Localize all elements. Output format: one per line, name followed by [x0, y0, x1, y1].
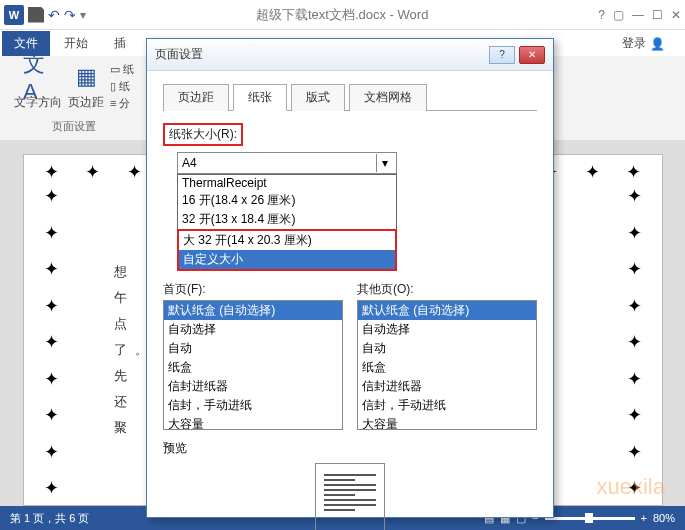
preview-thumbnail: [315, 463, 385, 530]
paper-size-dropdown: ThermalReceipt 16 开(18.4 x 26 厘米) 32 开(1…: [177, 174, 397, 230]
paper-option[interactable]: 32 开(13 x 18.4 厘米): [178, 210, 396, 229]
tab-home[interactable]: 开始: [52, 31, 100, 56]
tray-option[interactable]: 大容量: [358, 415, 536, 430]
tray-option[interactable]: 纸盒: [164, 358, 342, 377]
text-direction-button[interactable]: 文A 文字方向: [14, 62, 62, 111]
paper-option[interactable]: 16 开(18.4 x 26 厘米): [178, 191, 396, 210]
tab-insert[interactable]: 插: [102, 31, 138, 56]
maximize-icon[interactable]: ☐: [652, 8, 663, 22]
group-page-setup-label: 页面设置: [52, 119, 96, 134]
first-page-tray-list[interactable]: 默认纸盒 (自动选择) 自动选择 自动 纸盒 信封进纸器 信封，手动进纸 大容量…: [163, 300, 343, 430]
paper-option[interactable]: ThermalReceipt: [178, 175, 396, 191]
tray-option[interactable]: 信封，手动进纸: [358, 396, 536, 415]
tray-option[interactable]: 默认纸盒 (自动选择): [358, 301, 536, 320]
undo-icon[interactable]: ↶: [48, 7, 60, 23]
zoom-slider[interactable]: [545, 517, 635, 520]
other-pages-tray-list[interactable]: 默认纸盒 (自动选择) 自动选择 自动 纸盒 信封进纸器 信封，手动进纸 大容量…: [357, 300, 537, 430]
dlg-tab-grid[interactable]: 文档网格: [349, 84, 427, 111]
preview-label: 预览: [163, 440, 537, 457]
minimize-icon[interactable]: —: [632, 8, 644, 22]
paper-size-value: A4: [182, 156, 197, 170]
page-count[interactable]: 第 1 页，共 6 页: [10, 511, 89, 526]
paper-option-selected[interactable]: 自定义大小: [179, 250, 395, 269]
first-page-label: 首页(F):: [163, 281, 343, 298]
tray-option[interactable]: 默认纸盒 (自动选择): [164, 301, 342, 320]
window-title: 超级下载text文档.docx - Word: [86, 6, 598, 24]
paper-options-highlighted: 大 32 开(14 x 20.3 厘米) 自定义大小: [177, 229, 397, 271]
margins-icon: ▦: [71, 62, 101, 92]
page-setup-dialog: 页面设置 ? ✕ 页边距 纸张 版式 文档网格 纸张大小(R): A4 ▾: [146, 38, 554, 518]
ribbon-collapse-icon[interactable]: ▢: [613, 8, 624, 22]
dlg-tab-margins[interactable]: 页边距: [163, 84, 229, 111]
title-bar: W ↶ ↷ ▾ 超级下载text文档.docx - Word ? ▢ — ☐ ✕: [0, 0, 685, 30]
text-direction-icon: 文A: [23, 62, 53, 92]
save-icon[interactable]: [28, 7, 44, 23]
tray-option[interactable]: 信封，手动进纸: [164, 396, 342, 415]
tray-option[interactable]: 纸盒: [358, 358, 536, 377]
close-icon[interactable]: ✕: [671, 8, 681, 22]
other-pages-label: 其他页(O):: [357, 281, 537, 298]
user-icon: 👤: [650, 37, 665, 51]
tray-option[interactable]: 自动: [164, 339, 342, 358]
tray-option[interactable]: 自动选择: [358, 320, 536, 339]
dialog-title: 页面设置: [155, 46, 203, 63]
paper-size-combo[interactable]: A4 ▾: [177, 152, 397, 174]
paper-size-button[interactable]: ▯ 纸: [110, 79, 134, 94]
tray-option[interactable]: 自动: [358, 339, 536, 358]
zoom-in-icon[interactable]: +: [641, 512, 647, 524]
dialog-titlebar[interactable]: 页面设置 ? ✕: [147, 39, 553, 71]
paper-orientation-button[interactable]: ▭ 纸: [110, 62, 134, 77]
tray-option[interactable]: 信封进纸器: [164, 377, 342, 396]
dialog-close-button[interactable]: ✕: [519, 46, 545, 64]
dlg-tab-layout[interactable]: 版式: [291, 84, 345, 111]
help-icon[interactable]: ?: [598, 8, 605, 22]
tray-option[interactable]: 自动选择: [164, 320, 342, 339]
login-link[interactable]: 登录 👤: [610, 31, 677, 56]
dialog-help-button[interactable]: ?: [489, 46, 515, 64]
dialog-tabs: 页边距 纸张 版式 文档网格: [163, 83, 537, 111]
paper-option[interactable]: 大 32 开(14 x 20.3 厘米): [179, 231, 395, 250]
margins-button[interactable]: ▦ 页边距: [68, 62, 104, 111]
tray-option[interactable]: 大容量: [164, 415, 342, 430]
zoom-level[interactable]: 80%: [653, 512, 675, 524]
paper-size-label: 纸张大小(R):: [163, 123, 243, 146]
redo-icon[interactable]: ↷: [64, 7, 76, 23]
columns-button[interactable]: ≡ 分: [110, 96, 134, 111]
word-app-icon: W: [4, 5, 24, 25]
dlg-tab-paper[interactable]: 纸张: [233, 84, 287, 111]
chevron-down-icon[interactable]: ▾: [376, 154, 392, 172]
tray-option[interactable]: 信封进纸器: [358, 377, 536, 396]
